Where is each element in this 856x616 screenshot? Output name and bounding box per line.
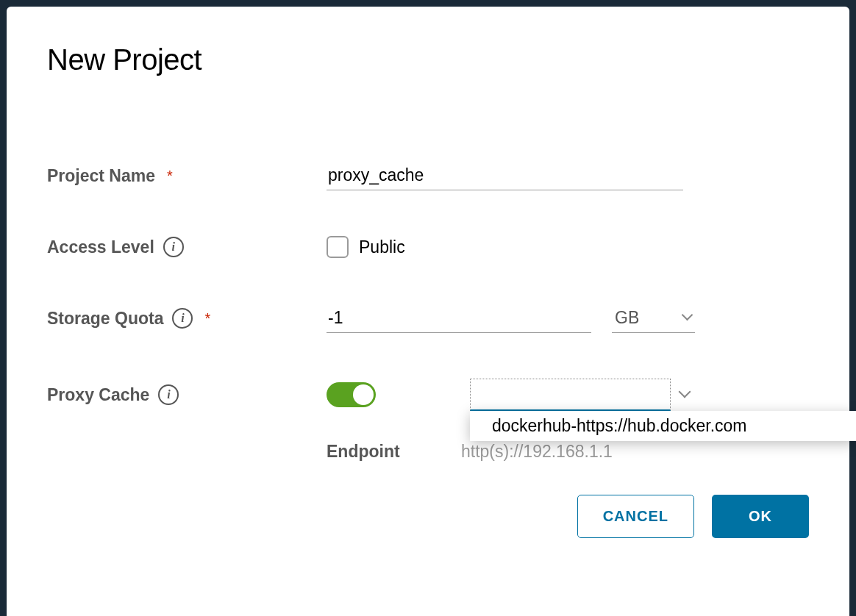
storage-quota-input-col: GB bbox=[327, 304, 809, 333]
public-checkbox-label: Public bbox=[359, 237, 405, 257]
storage-quota-label: Storage Quota bbox=[47, 309, 163, 329]
project-name-row: Project Name * bbox=[47, 161, 809, 190]
chevron-down-icon bbox=[678, 387, 691, 401]
public-checkbox[interactable] bbox=[327, 236, 349, 258]
access-level-input-col: Public bbox=[327, 236, 809, 258]
chevron-down-icon bbox=[682, 311, 692, 321]
new-project-modal: New Project Project Name * Access Level … bbox=[7, 7, 849, 616]
endpoint-label: Endpoint bbox=[327, 442, 441, 462]
info-icon[interactable]: i bbox=[158, 384, 179, 405]
proxy-cache-label-col: Proxy Cache i bbox=[47, 384, 327, 405]
endpoint-placeholder: http(s)://192.168.1.1 bbox=[461, 442, 613, 462]
storage-quota-label-col: Storage Quota i * bbox=[47, 308, 327, 329]
toggle-knob bbox=[353, 384, 374, 405]
registry-dropdown-list: dockerhub-https://hub.docker.com bbox=[470, 411, 856, 441]
access-level-label: Access Level bbox=[47, 237, 154, 257]
registry-option-dockerhub[interactable]: dockerhub-https://hub.docker.com bbox=[470, 411, 856, 441]
proxy-cache-toggle[interactable] bbox=[327, 382, 376, 407]
proxy-cache-label: Proxy Cache bbox=[47, 385, 149, 405]
registry-select-wrap: dockerhub-https://hub.docker.com bbox=[470, 379, 671, 411]
project-name-label: Project Name bbox=[47, 166, 155, 186]
access-level-label-col: Access Level i bbox=[47, 237, 327, 257]
access-level-row: Access Level i Public bbox=[47, 236, 809, 258]
cancel-button[interactable]: CANCEL bbox=[577, 495, 694, 538]
endpoint-input-col: Endpoint http(s)://192.168.1.1 bbox=[327, 442, 809, 462]
public-checkbox-wrap: Public bbox=[327, 236, 405, 258]
storage-unit-value: GB bbox=[615, 308, 639, 328]
endpoint-row: Endpoint http(s)://192.168.1.1 bbox=[47, 442, 809, 462]
storage-unit-select[interactable]: GB bbox=[612, 304, 695, 333]
project-name-input[interactable] bbox=[327, 161, 683, 190]
info-icon[interactable]: i bbox=[172, 308, 193, 329]
project-name-input-col bbox=[327, 161, 809, 190]
registry-select[interactable] bbox=[470, 379, 671, 411]
storage-quota-row: Storage Quota i * GB bbox=[47, 304, 809, 333]
proxy-cache-row: Proxy Cache i dockerhub-https://hub.dock… bbox=[47, 379, 809, 411]
ok-button[interactable]: OK bbox=[712, 495, 809, 538]
button-row: CANCEL OK bbox=[47, 495, 809, 538]
storage-quota-input[interactable] bbox=[327, 304, 591, 333]
required-asterisk: * bbox=[204, 310, 210, 327]
project-name-label-col: Project Name * bbox=[47, 166, 327, 186]
required-asterisk: * bbox=[167, 168, 173, 185]
proxy-cache-input-col: dockerhub-https://hub.docker.com bbox=[327, 379, 809, 411]
modal-title: New Project bbox=[47, 43, 809, 76]
info-icon[interactable]: i bbox=[163, 237, 184, 257]
